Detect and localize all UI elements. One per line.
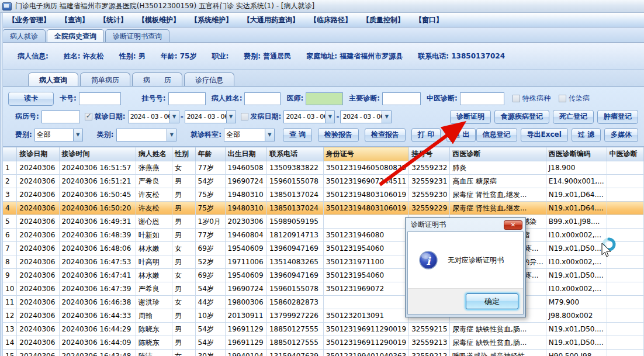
table-cell	[607, 215, 643, 229]
table-row[interactable]: 32024030620240306 16:50:45许友松男75岁1948031…	[3, 188, 644, 202]
close-icon[interactable]: ✕	[504, 220, 522, 230]
table-cell: 男	[172, 229, 195, 242]
column-header[interactable]: 性别	[172, 147, 195, 161]
print-button[interactable]: 打 印	[411, 128, 441, 142]
table-row[interactable]: 82024030620240306 16:47:53叶高明男52岁1971100…	[3, 255, 644, 269]
fee-type-select[interactable]: 全部 ▼	[34, 129, 83, 141]
table-cell	[607, 350, 643, 356]
ok-button[interactable]: 确定	[466, 293, 518, 309]
table-row[interactable]: 42024030620240306 16:50:20许友松男75岁1948031…	[3, 202, 644, 215]
chevron-down-icon[interactable]: ▼	[382, 111, 391, 123]
subtab-patient-query[interactable]: 病人查询	[28, 72, 78, 86]
category-select[interactable]: ▼	[116, 129, 177, 141]
onset-date-to-field[interactable]: 2024 - 03 - 06 ▼	[340, 110, 392, 123]
menu-statistics[interactable]: 【统计】	[99, 15, 127, 25]
column-header[interactable]: 接诊时间	[59, 147, 136, 161]
tumor-register-button[interactable]: 肿瘤登记	[597, 110, 638, 124]
table-row[interactable]: 22024030620240306 16:51:21严希良男54岁1969072…	[3, 175, 644, 188]
menu-quality-control[interactable]: 【质量控制】	[362, 15, 404, 25]
table-cell: 20240306	[17, 202, 59, 215]
table-row[interactable]: 52024030620240306 16:49:31谢心恩男1岁0月202303…	[3, 215, 644, 229]
multimedia-button[interactable]: 多媒体	[604, 128, 638, 142]
exit-button[interactable]: 退 出	[446, 128, 476, 142]
main-dx-input[interactable]	[382, 92, 421, 105]
read-card-button[interactable]: 读卡	[8, 92, 54, 106]
table-cell: 350123194605080823	[323, 161, 408, 175]
column-header[interactable]: 出生日期	[225, 147, 266, 161]
filter-button[interactable]: 过 滤	[572, 128, 601, 142]
menu-bar: 【业务管理】【查询】【统计】【模板维护】【系统维护】【大通用药查询】【临床路径】…	[0, 13, 644, 27]
chevron-down-icon[interactable]: ▼	[325, 111, 334, 123]
menu-system-maint[interactable]: 【系统维护】	[191, 15, 233, 25]
column-header[interactable]: 身份证号	[323, 147, 408, 161]
tab-patient-visit[interactable]: 病人就诊	[2, 29, 46, 42]
column-header[interactable]: 挂号号	[409, 147, 450, 161]
reg-no-input[interactable]	[168, 92, 206, 105]
record-no-label: 病历号:	[15, 112, 39, 122]
column-header[interactable]: 西医诊断编码	[546, 147, 607, 161]
menu-query[interactable]: 【查询】	[61, 15, 89, 25]
chevron-down-icon[interactable]: ▼	[169, 111, 179, 123]
onset-date-checkbox[interactable]	[241, 113, 248, 120]
special-disease-checkbox[interactable]	[513, 95, 520, 102]
onset-date-from-field[interactable]: 2024 - 03 - 06 ▼	[283, 110, 335, 123]
column-header[interactable]: 西医诊断	[450, 147, 546, 161]
foodborne-disease-register-button[interactable]: 食源疾病登记	[494, 110, 549, 124]
exam-report-button[interactable]: 检查报告	[365, 128, 406, 142]
table-cell: 3501231954060	[323, 242, 408, 255]
table-cell: 19690724	[225, 282, 266, 296]
tab-diagnosis-cert-query[interactable]: 诊断证明书查询	[105, 29, 169, 42]
subtab-simple-record[interactable]: 简单病历	[80, 72, 130, 86]
menu-drug-query[interactable]: 【大通用药查询】	[243, 15, 299, 25]
dialog-title-bar[interactable]: 诊断证明书 ✕	[407, 218, 524, 231]
visit-date-checkbox[interactable]	[85, 113, 92, 120]
column-header[interactable]: 接诊日期	[17, 147, 59, 161]
table-cell	[607, 336, 643, 350]
table-row[interactable]: 92024030620240306 16:47:41林水嫩女69岁1954060…	[3, 269, 644, 282]
column-header[interactable]: 中医诊断	[607, 147, 643, 161]
info-register-button[interactable]: 信息登记	[476, 128, 517, 142]
menu-window[interactable]: 【窗口】	[415, 15, 443, 25]
dept-select[interactable]: 全部 ▼	[224, 129, 275, 141]
doctor-input[interactable]	[306, 92, 343, 105]
table-row[interactable]: 122024030620240306 16:44:33周翰男10岁2013091…	[3, 309, 644, 323]
chevron-down-icon[interactable]: ▼	[226, 111, 236, 123]
table-cell: 20240306 16:47:39	[59, 282, 136, 296]
column-header[interactable]	[3, 147, 17, 161]
death-register-button[interactable]: 死亡登记	[553, 110, 594, 124]
table-row[interactable]: 102024030620240306 16:47:39严希良男54岁196907…	[3, 282, 644, 296]
chevron-down-icon[interactable]: ▼	[265, 129, 274, 141]
chevron-down-icon[interactable]: ▼	[167, 129, 176, 141]
column-header[interactable]: 病人姓名	[136, 147, 172, 161]
diagnosis-cert-button[interactable]: 诊断证明	[450, 110, 491, 124]
tcm-dx-input[interactable]	[460, 92, 504, 105]
query-button[interactable]: 查 询	[283, 128, 312, 142]
subtab-treatment-info[interactable]: 诊疗信息	[184, 72, 234, 86]
visit-date-to-field[interactable]: 2024 - 03 - 06 ▼	[185, 110, 236, 123]
table-row[interactable]: 62024030620240306 16:48:39叶新如男77岁1946080…	[3, 229, 644, 242]
chevron-down-icon[interactable]: ▼	[73, 129, 82, 141]
table-cell: 13799927226	[266, 309, 323, 323]
visit-date-from-field[interactable]: 2024 - 03 - 06 ▼	[128, 110, 179, 123]
lab-report-button[interactable]: 检验报告	[318, 128, 359, 142]
column-header[interactable]: 联系电话	[266, 147, 323, 161]
infectious-disease-checkbox[interactable]	[559, 95, 566, 102]
card-no-input[interactable]	[79, 92, 121, 105]
menu-business-mgmt[interactable]: 【业务管理】	[8, 15, 50, 25]
table-cell: 肺炎	[450, 161, 546, 175]
table-row[interactable]: 132024030620240306 16:44:29陈晓东男54岁196911…	[3, 323, 644, 336]
menu-template-maint[interactable]: 【模板维护】	[138, 15, 180, 25]
table-row[interactable]: 112024030620240306 16:46:38谢洪珍女44岁198003…	[3, 296, 644, 309]
table-row[interactable]: 72024030620240306 16:48:06林水嫩女69岁1954060…	[3, 242, 644, 255]
column-header[interactable]: 年龄	[195, 147, 225, 161]
export-excel-button[interactable]: 导出Excel	[521, 128, 568, 142]
patient-name-input[interactable]	[244, 92, 281, 105]
table-row[interactable]: 12024030620240306 16:51:57张燕燕女77岁1946050…	[3, 161, 644, 175]
table-row[interactable]: 152024030620240306 16:43:48陈洁女30岁1994010…	[3, 350, 644, 356]
tab-hospital-history-query[interactable]: 全院病史查询	[47, 29, 104, 42]
record-no-input[interactable]	[41, 110, 80, 123]
table-row[interactable]: 142024030620240306 16:44:09陈晓东男54岁196911…	[3, 336, 644, 350]
subtab-medical-record[interactable]: 病 历	[132, 72, 182, 86]
table-cell: 20240306 16:43:48	[59, 350, 136, 356]
menu-clinical-path[interactable]: 【临床路径】	[310, 15, 352, 25]
